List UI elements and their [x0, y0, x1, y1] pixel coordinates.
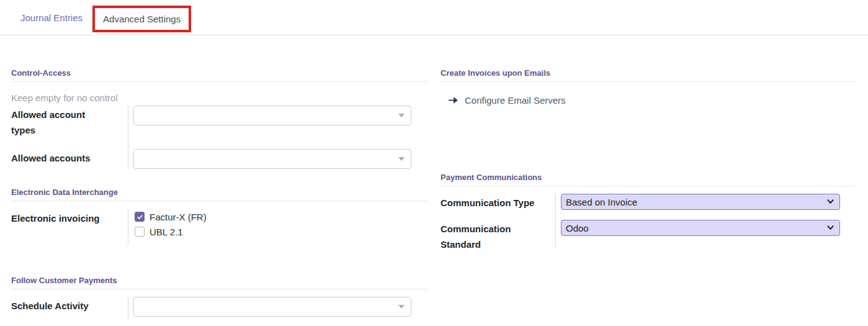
section-title-payment-communications: Payment Communications [441, 173, 856, 186]
field-row: Communication Type Based on Invoice [441, 194, 856, 211]
section-title-control-access: Control-Access [11, 68, 427, 82]
schedule-activity-input[interactable] [133, 297, 411, 317]
checkbox-label: Factur-X (FR) [150, 212, 207, 222]
field-separator [555, 194, 556, 248]
allowed-account-types-dropdown [133, 106, 411, 125]
section-title-electronic-data-interchange: Electronic Data Interchange [11, 188, 427, 201]
field-row: Allowed accounts [11, 149, 427, 169]
checkbox-factur-x[interactable] [135, 212, 145, 222]
field-value-cell: Factur-X (FR) UBL 2.1 [128, 209, 427, 239]
communication-type-select-wrap: Based on Invoice [561, 194, 840, 210]
schedule-activity-dropdown [133, 297, 411, 317]
allowed-account-types-input[interactable] [133, 106, 411, 125]
section-title-follow-customer-payments: Follow Customer Payments [11, 276, 427, 289]
field-separator [128, 209, 128, 245]
tab-advanced-settings[interactable]: Advanced Settings [103, 14, 181, 24]
field-row: Communication Standard Odoo [441, 220, 856, 252]
control-access-field-group: Allowed account types Allowed accounts [11, 106, 427, 169]
field-row: Allowed account types [11, 106, 427, 138]
configure-email-servers-label: Configure Email Servers [465, 95, 566, 106]
field-separator [128, 106, 128, 168]
section-title-create-invoices-upon-emails: Create Invoices upon Emails [441, 68, 856, 82]
left-column: Control-Access Keep empty for no control… [11, 35, 427, 317]
allowed-accounts-input[interactable] [133, 149, 411, 169]
right-column: Create Invoices upon Emails Configure Em… [441, 35, 856, 317]
payment-communications-field-group: Communication Type Based on Invoice Comm… [441, 194, 856, 252]
configure-email-servers-link[interactable]: Configure Email Servers [448, 95, 856, 106]
annotation-highlight-box: Advanced Settings [92, 6, 191, 32]
field-separator [128, 297, 128, 320]
allowed-account-types-label: Allowed account types [11, 106, 128, 138]
field-row: Electronic invoicing Factur-X (FR) UBL 2… [11, 209, 427, 239]
communication-type-select[interactable]: Based on Invoice [561, 194, 840, 210]
communication-standard-label: Communication Standard [441, 220, 555, 252]
schedule-activity-label: Schedule Activity [11, 297, 128, 314]
settings-content: Control-Access Keep empty for no control… [0, 35, 868, 317]
tab-bar: Journal Entries Advanced Settings [0, 0, 868, 35]
electronic-invoicing-label: Electronic invoicing [11, 209, 128, 226]
field-value-cell: Based on Invoice [555, 194, 856, 210]
check-icon [136, 214, 143, 220]
field-row: Schedule Activity [11, 297, 427, 317]
checkbox-row-factur-x[interactable]: Factur-X (FR) [133, 209, 427, 224]
checkbox-ubl[interactable] [135, 227, 145, 237]
arrow-right-icon [448, 96, 459, 105]
field-value-cell [128, 106, 427, 125]
field-value-cell [128, 297, 427, 317]
control-access-hint: Keep empty for no control [11, 93, 427, 103]
allowed-accounts-label: Allowed accounts [11, 149, 128, 166]
checkbox-row-ubl[interactable]: UBL 2.1 [133, 224, 427, 239]
edi-field-group: Electronic invoicing Factur-X (FR) UBL 2… [11, 209, 427, 239]
allowed-accounts-dropdown [133, 149, 411, 169]
checkbox-label: UBL 2.1 [150, 227, 183, 237]
field-value-cell [128, 149, 427, 169]
communication-standard-select-wrap: Odoo [561, 220, 840, 236]
follow-field-group: Schedule Activity [11, 297, 427, 317]
communication-standard-select[interactable]: Odoo [561, 220, 840, 236]
communication-type-label: Communication Type [441, 194, 555, 211]
field-value-cell: Odoo [555, 220, 856, 236]
tab-journal-entries[interactable]: Journal Entries [20, 12, 83, 23]
